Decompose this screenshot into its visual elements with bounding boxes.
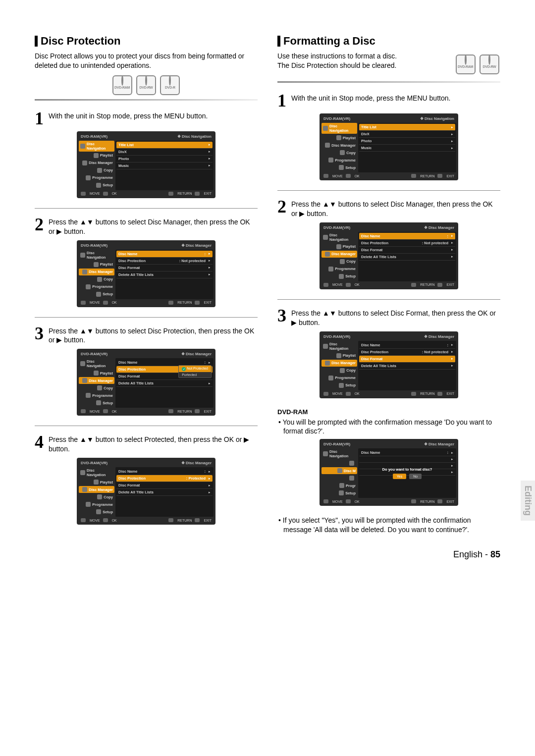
divider: [35, 99, 258, 101]
step-2: 2 Press the ▲▼ buttons to select Disc Ma…: [35, 216, 258, 236]
step-number: 4: [35, 433, 44, 451]
osd-screenshot: DVD-RAM(VR)Disc Manager Disc Navigation …: [320, 222, 458, 289]
title-text: Formatting a Disc: [283, 35, 375, 48]
step-number: 3: [35, 324, 44, 342]
step-text: Press the ▲▼ buttons to select Disc Mana…: [49, 216, 258, 236]
step-number: 1: [277, 92, 286, 109]
title-text: Disc Protection: [41, 35, 120, 48]
step-1-r: 1 With the unit in Stop mode, press the …: [277, 92, 500, 109]
step-number: 3: [277, 307, 286, 324]
sub-heading-dvdram: DVD-RAM: [277, 408, 500, 416]
title-bar-icon: [277, 36, 280, 47]
step-number: 1: [35, 109, 44, 127]
step-2-r: 2 Press the ▲▼ buttons to select Disc Ma…: [277, 198, 500, 218]
step-3: 3 Press the ▲▼ buttons to select Disc Pr…: [35, 324, 258, 345]
intro-formatting: Use these instructions to format a disc.…: [277, 52, 455, 70]
disc-icon: DVD-RW: [136, 75, 156, 95]
side-tab-editing: Editing: [521, 481, 535, 521]
section-title-formatting: Formatting a Disc: [277, 35, 500, 48]
title-bar-icon: [35, 36, 38, 47]
osd-screenshot: DVD-RAM(VR)Disc Navigation Disc Navigati…: [320, 113, 458, 180]
step-text: With the unit in Stop mode, press the ME…: [49, 109, 208, 121]
page-footer: English - 85: [35, 549, 500, 560]
disc-icons-protection: DVD-RAM DVD-RW DVD-R: [35, 75, 258, 95]
step-text: Press the ▲▼ buttons to select Disc Form…: [291, 307, 500, 327]
step-text: Press the ▲▼ buttons to select Disc Prot…: [49, 324, 258, 345]
step-text: Press the ▲▼ button to select Protected,…: [49, 433, 258, 454]
footer-page: 85: [490, 549, 500, 559]
step-3-r: 3 Press the ▲▼ buttons to select Disc Fo…: [277, 307, 500, 327]
divider: [277, 81, 500, 83]
bullet-1: You will be prompted with the confirmati…: [277, 418, 500, 436]
step-4: 4 Press the ▲▼ button to select Protecte…: [35, 433, 258, 454]
step-number: 2: [277, 198, 286, 216]
disc-icon: DVD-RAM: [112, 75, 132, 95]
disc-icon: DVD-R: [160, 75, 180, 95]
section-title-protection: Disc Protection: [35, 35, 258, 48]
bullet-2: If you select "Yes", you will be prompte…: [277, 516, 500, 535]
osd-screenshot: DVD-RAM(VR)Disc Manager Disc Navigation …: [77, 349, 215, 416]
disc-icon: DVD-RAM: [456, 54, 476, 74]
intro-protection: Disc Protect allows you to protect your …: [35, 52, 258, 70]
osd-screenshot: DVD-RAM(VR)Disc Manager Disc Navigation …: [77, 240, 215, 307]
step-number: 2: [35, 216, 44, 233]
osd-screenshot: DVD-RAM(VR)Disc Navigation Disc Navigati…: [77, 131, 215, 198]
disc-icon: DVD-RW: [480, 54, 499, 74]
step-1: 1 With the unit in Stop mode, press the …: [35, 109, 258, 127]
osd-screenshot: DVD-RAM(VR)Disc Manager Disc Navigation …: [320, 439, 458, 506]
osd-screenshot: DVD-RAM(VR)Disc Manager Disc Navigation …: [77, 458, 215, 525]
osd-screenshot: DVD-RAM(VR)Disc Manager Disc Navigation …: [320, 331, 458, 398]
right-column: Formatting a Disc Use these instructions…: [277, 35, 500, 538]
step-text: With the unit in Stop mode, press the ME…: [291, 92, 450, 103]
disc-icons-formatting: DVD-RAM DVD-RW: [455, 54, 500, 74]
footer-lang: English -: [453, 549, 490, 559]
step-text: Press the ▲▼ buttons to select Disc Mana…: [291, 198, 500, 218]
left-column: Disc Protection Disc Protect allows you …: [35, 35, 258, 538]
